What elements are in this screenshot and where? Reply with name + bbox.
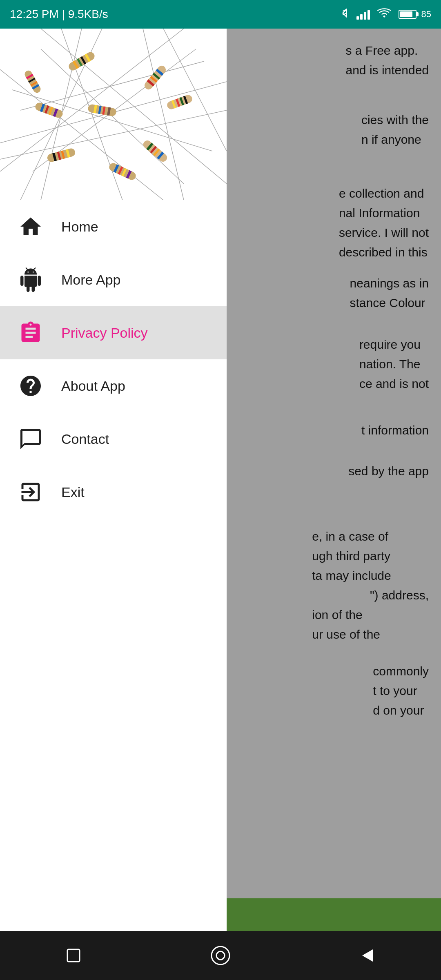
svg-marker-64 (362, 949, 373, 962)
bottom-nav-bar (0, 931, 441, 980)
home-button[interactable] (204, 939, 237, 972)
bg-text-3: e collection andnal Informationservice. … (339, 184, 429, 262)
nav-label-more-app: More App (61, 272, 121, 288)
nav-item-exit[interactable]: Exit (0, 466, 227, 519)
bg-text-1: s a Free app.and is intended (346, 41, 429, 80)
bluetooth-icon (340, 7, 349, 22)
bg-text-2: cies with then if anyone (361, 110, 429, 149)
nav-label-exit: Exit (61, 484, 85, 500)
nav-label-privacy-policy: Privacy Policy (61, 325, 148, 341)
clipboard-icon (16, 318, 45, 347)
signal-icon (356, 9, 370, 20)
bg-text-8: e, in a case ofugh third partyta may inc… (312, 527, 429, 644)
bg-text-4: neanings as instance Colour (350, 274, 429, 313)
nav-item-privacy-policy[interactable]: Privacy Policy (0, 306, 227, 359)
status-time-network: 12:25 PM | 9.5KB/s (10, 8, 108, 21)
navigation-drawer: Home More App Privacy Policy (0, 29, 227, 931)
nav-label-about-app: About App (61, 378, 125, 394)
nav-item-more-app[interactable]: More App (0, 253, 227, 306)
wifi-icon (377, 8, 391, 21)
svg-rect-61 (67, 949, 80, 962)
recents-button[interactable] (57, 939, 90, 972)
nav-label-contact: Contact (61, 431, 109, 447)
home-icon (16, 212, 45, 241)
bg-text-5: require younation. Thece and is not (359, 335, 429, 394)
drawer-nav-list: Home More App Privacy Policy (0, 200, 227, 931)
nav-item-home[interactable]: Home (0, 200, 227, 253)
svg-point-62 (212, 947, 229, 964)
message-icon (16, 425, 45, 453)
nav-label-home: Home (61, 219, 98, 235)
svg-point-0 (383, 16, 385, 18)
back-button[interactable] (351, 939, 384, 972)
bg-green-strip (220, 898, 441, 931)
drawer-header-image (0, 29, 227, 200)
exit-icon (16, 478, 45, 506)
android-icon (16, 265, 45, 294)
svg-point-63 (216, 951, 225, 960)
help-circle-icon (16, 372, 45, 400)
nav-item-contact[interactable]: Contact (0, 412, 227, 466)
status-icons: 85 (340, 7, 431, 22)
nav-item-about-app[interactable]: About App (0, 359, 227, 412)
bg-text-6: t information (361, 421, 429, 440)
bg-text-9: commonlyt to yourd on your (373, 662, 429, 720)
bg-text-7: sed by the app (348, 461, 429, 481)
status-bar: 12:25 PM | 9.5KB/s (0, 0, 441, 29)
battery-icon: 85 (399, 9, 431, 20)
